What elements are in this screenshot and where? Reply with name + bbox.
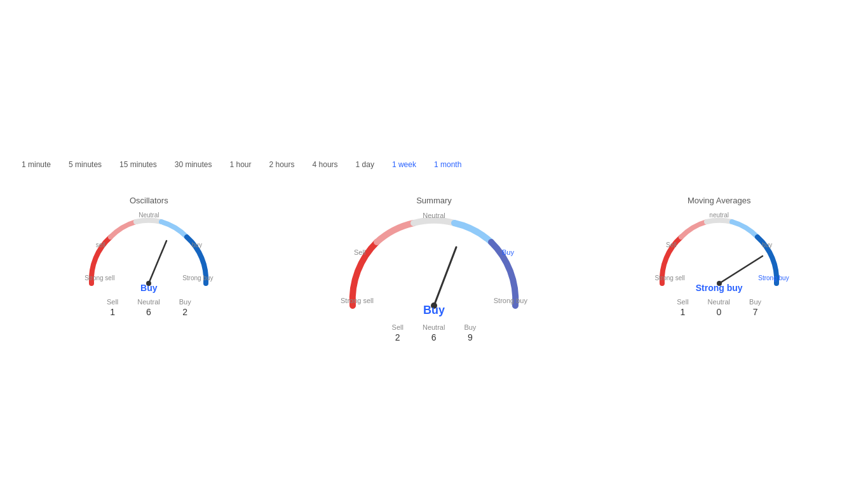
oscillators-signal: Buy xyxy=(140,283,157,293)
summary-buy-value: 9 xyxy=(468,332,473,342)
moving-averages-neutral-label-stat: Neutral xyxy=(708,298,730,306)
oscillators-buy-label: buy xyxy=(192,241,202,248)
filter-1week[interactable]: 1 week xyxy=(390,159,419,170)
summary-gauge: Neutral Sell Buy Strong sell Strong buy … xyxy=(339,210,529,318)
oscillators-strong-sell-label: Strong sell xyxy=(85,274,114,281)
svg-line-4 xyxy=(719,256,763,283)
filter-1min[interactable]: 1 minute xyxy=(19,159,53,170)
svg-line-0 xyxy=(149,241,166,283)
oscillators-gauge: Neutral sell buy Strong sell Strong buy … xyxy=(79,210,219,293)
summary-title: Summary xyxy=(416,196,452,205)
summary-signal: Buy xyxy=(423,304,445,317)
gauges-container: Oscillators Neutral xyxy=(0,189,868,349)
moving-averages-strong-buy-label: Strong buy xyxy=(758,274,789,281)
moving-averages-buy-value: 7 xyxy=(753,307,758,317)
moving-averages-gauge: neutral Sell buy Strong sell Strong buy … xyxy=(649,210,789,293)
filter-1month[interactable]: 1 month xyxy=(431,159,464,170)
filter-1day[interactable]: 1 day xyxy=(353,159,377,170)
summary-sell-value: 2 xyxy=(395,332,400,342)
filter-30min[interactable]: 30 minutes xyxy=(172,159,215,170)
svg-line-2 xyxy=(434,247,456,306)
summary-sell-label: Sell xyxy=(354,248,365,256)
oscillators-buy-value: 2 xyxy=(182,307,187,317)
oscillators-sell-label: sell xyxy=(96,241,105,248)
moving-averages-signal: Strong buy xyxy=(696,283,743,293)
moving-averages-stats: Sell 1 Neutral 0 Buy 7 xyxy=(677,298,761,317)
moving-averages-strong-sell-label: Strong sell xyxy=(654,274,684,281)
oscillators-section: Oscillators Neutral xyxy=(53,196,244,317)
filter-5min[interactable]: 5 minutes xyxy=(66,159,104,170)
moving-averages-neutral-label: neutral xyxy=(709,212,729,219)
oscillators-neutral-label: Neutral xyxy=(139,212,159,219)
moving-averages-sell-label-stat: Sell xyxy=(677,298,688,306)
summary-section: Summary Neutral Sell Buy Strong xyxy=(313,196,555,342)
summary-neutral-label: Neutral xyxy=(423,212,445,219)
summary-strong-sell-label: Strong sell xyxy=(341,297,374,304)
filter-2hours[interactable]: 2 hours xyxy=(267,159,297,170)
oscillators-buy-stat: Buy 2 xyxy=(179,298,191,317)
oscillators-sell-stat: Sell 1 xyxy=(107,298,118,317)
summary-sell-label-stat: Sell xyxy=(392,323,403,331)
filter-1hour[interactable]: 1 hour xyxy=(227,159,254,170)
oscillators-sell-value: 1 xyxy=(110,307,115,317)
oscillators-neutral-stat: Neutral 6 xyxy=(137,298,159,317)
filter-15min[interactable]: 15 minutes xyxy=(117,159,159,170)
oscillators-neutral-label-stat: Neutral xyxy=(137,298,159,306)
moving-averages-sell-label: Sell xyxy=(666,241,677,248)
moving-averages-section: Moving Averages neutral Sell buy xyxy=(624,196,815,317)
moving-averages-neutral-stat: Neutral 0 xyxy=(708,298,730,317)
time-filter-bar: 1 minute 5 minutes 15 minutes 30 minutes… xyxy=(6,146,868,183)
summary-neutral-label-stat: Neutral xyxy=(423,323,445,331)
oscillators-sell-label-stat: Sell xyxy=(107,298,118,306)
summary-strong-buy-label: Strong buy xyxy=(494,297,527,304)
moving-averages-sell-value: 1 xyxy=(681,307,686,317)
moving-averages-buy-stat: Buy 7 xyxy=(749,298,761,317)
summary-stats: Sell 2 Neutral 6 Buy 9 xyxy=(392,323,477,342)
summary-buy-label: Buy xyxy=(502,248,514,256)
oscillators-strong-buy-label: Strong buy xyxy=(182,274,213,281)
oscillators-buy-label-stat: Buy xyxy=(179,298,191,306)
filter-4hours[interactable]: 4 hours xyxy=(310,159,341,170)
oscillators-stats: Sell 1 Neutral 6 Buy 2 xyxy=(107,298,191,317)
moving-averages-title: Moving Averages xyxy=(688,196,751,205)
summary-neutral-stat: Neutral 6 xyxy=(423,323,445,342)
moving-averages-buy-label-stat: Buy xyxy=(749,298,761,306)
moving-averages-neutral-value: 0 xyxy=(716,307,721,317)
oscillators-title: Oscillators xyxy=(130,196,168,205)
oscillators-neutral-value: 6 xyxy=(146,307,151,317)
summary-buy-stat: Buy 9 xyxy=(464,323,476,342)
moving-averages-buy-label: buy xyxy=(762,241,772,248)
summary-neutral-value: 6 xyxy=(431,332,437,342)
moving-averages-sell-stat: Sell 1 xyxy=(677,298,688,317)
summary-buy-label-stat: Buy xyxy=(464,323,476,331)
summary-sell-stat: Sell 2 xyxy=(392,323,403,342)
